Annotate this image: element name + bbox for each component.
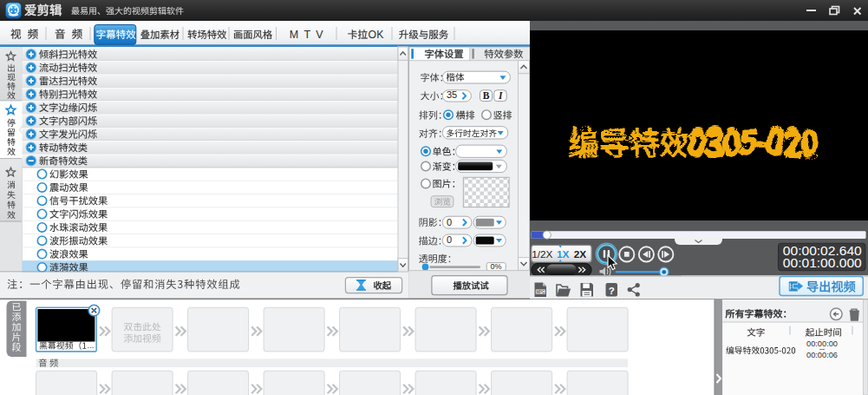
svg-text:0%: 0% xyxy=(490,262,501,271)
svg-text:?: ? xyxy=(609,286,615,296)
svg-text:OK: OK xyxy=(368,29,384,41)
svg-text:I: I xyxy=(498,90,503,101)
svg-text:MPG: MPG xyxy=(536,290,545,294)
svg-text:1X: 1X xyxy=(557,248,570,260)
svg-text:35: 35 xyxy=(447,89,457,100)
svg-text:1/2X: 1/2X xyxy=(532,248,552,260)
svg-text:M T V: M T V xyxy=(290,29,324,41)
svg-text:0: 0 xyxy=(447,234,452,245)
svg-text:00:01:00.000: 00:01:00.000 xyxy=(783,255,862,270)
svg-text:...: ... xyxy=(88,340,95,350)
svg-text:00:00:06: 00:00:06 xyxy=(806,351,838,359)
svg-text:B: B xyxy=(483,90,490,101)
svg-text:2X: 2X xyxy=(574,248,587,260)
svg-text:0: 0 xyxy=(447,217,452,227)
